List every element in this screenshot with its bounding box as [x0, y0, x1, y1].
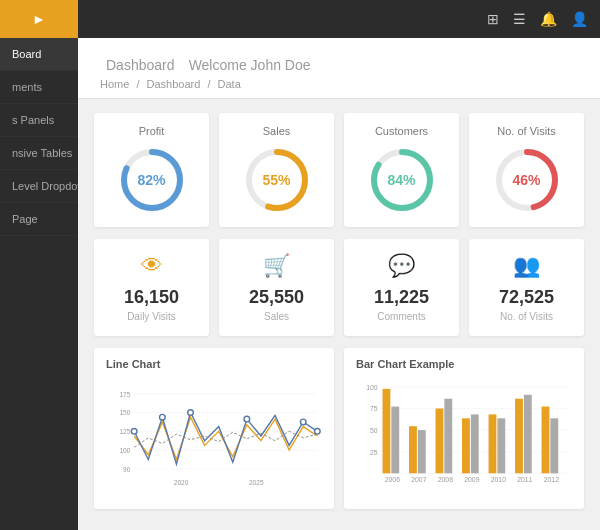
stat-cards-row: 👁 16,150 Daily Visits 🛒 25,550 Sales 💬 1…	[94, 239, 584, 336]
daily-visits-value: 16,150	[104, 287, 199, 308]
user-icon[interactable]: 👤	[571, 11, 588, 27]
line-chart-title: Line Chart	[106, 358, 322, 370]
sales-card: Sales 55%	[219, 113, 334, 227]
sales-card-title: Sales	[229, 125, 324, 137]
sales-donut: 55%	[242, 145, 312, 215]
svg-point-22	[188, 410, 194, 416]
profit-donut: 82%	[117, 145, 187, 215]
breadcrumb-data[interactable]: Data	[218, 78, 241, 90]
svg-rect-50	[515, 399, 523, 474]
svg-rect-44	[462, 418, 470, 473]
svg-text:90: 90	[123, 466, 131, 473]
svg-point-23	[244, 416, 250, 422]
profit-card: Profit 82%	[94, 113, 209, 227]
svg-rect-54	[550, 418, 558, 473]
cart-icon: 🛒	[229, 253, 324, 279]
sidebar-item-dropdown[interactable]: Level Dropdown ❮	[0, 170, 78, 203]
svg-rect-47	[489, 414, 497, 473]
svg-text:2011: 2011	[517, 476, 532, 483]
svg-text:2007: 2007	[411, 476, 426, 483]
customers-donut: 84%	[367, 145, 437, 215]
svg-text:175: 175	[119, 391, 130, 398]
svg-rect-48	[497, 418, 505, 473]
breadcrumb-dashboard[interactable]: Dashboard	[147, 78, 201, 90]
svg-text:100: 100	[366, 384, 378, 391]
svg-rect-45	[471, 414, 479, 473]
no-visits-value: 72,525	[479, 287, 574, 308]
svg-rect-53	[542, 407, 550, 474]
sidebar: ► Board ments s Panels nsive Tables Leve…	[0, 0, 78, 530]
svg-rect-42	[444, 399, 452, 474]
svg-rect-51	[524, 395, 532, 474]
sales-value: 55%	[262, 172, 290, 188]
svg-text:50: 50	[370, 427, 378, 434]
sales-stat-value: 25,550	[229, 287, 324, 308]
eye-icon: 👁	[104, 253, 199, 279]
no-visits-label: No. of Visits	[479, 311, 574, 322]
svg-text:75: 75	[370, 405, 378, 412]
sidebar-toggle-icon[interactable]: ►	[32, 11, 46, 27]
profit-card-title: Profit	[104, 125, 199, 137]
line-chart-svg: 175 150 125 100 90 2020 2025	[106, 376, 322, 496]
visits-card: No. of Visits 46%	[469, 113, 584, 227]
customers-card: Customers 84%	[344, 113, 459, 227]
svg-point-24	[300, 419, 306, 425]
charts-row: Line Chart 175 150 125 100 90 2020	[94, 348, 584, 509]
svg-text:2020: 2020	[174, 479, 189, 486]
sidebar-item-panels[interactable]: s Panels	[0, 104, 78, 137]
daily-visits-card: 👁 16,150 Daily Visits	[94, 239, 209, 336]
bar-chart-svg: 100 75 50 25 2006 2007 2008	[356, 376, 572, 496]
sidebar-item-board[interactable]: Board	[0, 38, 78, 71]
svg-text:2010: 2010	[491, 476, 506, 483]
svg-text:2025: 2025	[249, 479, 264, 486]
comments-value: 11,225	[354, 287, 449, 308]
svg-point-21	[160, 414, 166, 420]
no-visits-card: 👥 72,525 No. of Visits	[469, 239, 584, 336]
svg-rect-39	[418, 430, 426, 473]
svg-text:125: 125	[119, 428, 130, 435]
svg-rect-38	[409, 426, 417, 473]
list-icon[interactable]: ☰	[513, 11, 526, 27]
bar-chart-card: Bar Chart Example 100 75 50 25	[344, 348, 584, 509]
grid-icon[interactable]: ⊞	[487, 11, 499, 27]
profit-value: 82%	[137, 172, 165, 188]
sidebar-item-page[interactable]: Page	[0, 203, 78, 236]
breadcrumb: Home / Dashboard / Data	[98, 78, 580, 90]
comments-card: 💬 11,225 Comments	[344, 239, 459, 336]
svg-text:25: 25	[370, 449, 378, 456]
bell-icon[interactable]: 🔔	[540, 11, 557, 27]
svg-text:2008: 2008	[438, 476, 453, 483]
comment-icon: 💬	[354, 253, 449, 279]
svg-rect-35	[383, 389, 391, 473]
svg-point-20	[131, 428, 137, 434]
svg-text:150: 150	[119, 409, 130, 416]
bar-chart-title: Bar Chart Example	[356, 358, 572, 370]
daily-visits-label: Daily Visits	[104, 311, 199, 322]
page-header: Dashboard Welcome John Doe Home / Dashbo…	[78, 38, 600, 99]
svg-text:100: 100	[119, 447, 130, 454]
visits-donut: 46%	[492, 145, 562, 215]
sidebar-item-ments[interactable]: ments	[0, 71, 78, 104]
sales-stat-card: 🛒 25,550 Sales	[219, 239, 334, 336]
svg-point-25	[314, 428, 320, 434]
sales-stat-label: Sales	[229, 311, 324, 322]
customers-card-title: Customers	[354, 125, 449, 137]
topbar: ⊞ ☰ 🔔 👤	[78, 0, 600, 38]
donut-cards-row: Profit 82% Sales 55%	[94, 113, 584, 227]
users-icon: 👥	[479, 253, 574, 279]
svg-text:2009: 2009	[464, 476, 479, 483]
visits-card-title: No. of Visits	[479, 125, 574, 137]
svg-text:2006: 2006	[385, 476, 400, 483]
breadcrumb-home[interactable]: Home	[100, 78, 129, 90]
svg-rect-36	[391, 407, 399, 474]
main-content: ⊞ ☰ 🔔 👤 Dashboard Welcome John Doe Home …	[78, 0, 600, 530]
sidebar-item-tables[interactable]: nsive Tables	[0, 137, 78, 170]
content-area: Profit 82% Sales 55%	[78, 99, 600, 523]
svg-rect-41	[436, 409, 444, 474]
page-title: Dashboard Welcome John Doe	[98, 50, 580, 76]
comments-label: Comments	[354, 311, 449, 322]
line-chart-card: Line Chart 175 150 125 100 90 2020	[94, 348, 334, 509]
svg-text:2012: 2012	[544, 476, 559, 483]
visits-value: 46%	[512, 172, 540, 188]
sidebar-logo: ►	[0, 0, 78, 38]
